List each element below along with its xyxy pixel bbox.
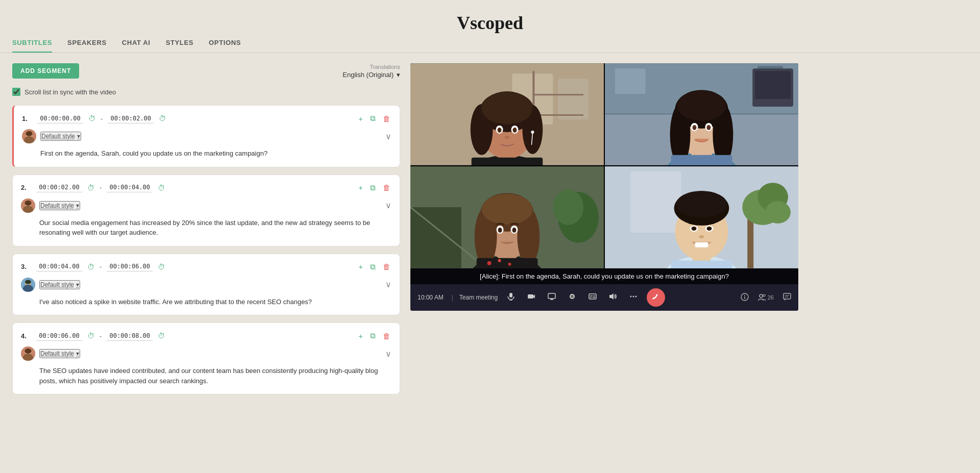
segment-1-text: First on the agenda, Sarah, could you up… [22,148,391,159]
add-segment-button[interactable]: ADD SEGMENT [12,63,79,79]
segment-1-style-label: Default style [41,133,75,140]
segment-2-style-label: Default style [40,202,74,209]
segment-2-style-dropdown[interactable]: Default style ▾ [39,201,80,210]
segment-3-end-time[interactable] [107,262,153,271]
svg-point-121 [744,295,745,296]
segment-4-style-dropdown[interactable]: Default style ▾ [39,349,80,358]
segment-4-start-time[interactable] [36,331,82,341]
segment-1-copy-button[interactable]: ⧉ [369,113,377,124]
segment-1-start-time[interactable] [37,114,83,123]
time-separator: | [452,294,453,301]
segment-1-actions: + ⧉ 🗑 [357,113,391,124]
segment-3-style-dropdown[interactable]: Default style ▾ [39,280,80,289]
segment-card-2: 2. ⏱ - ⏱ + ⧉ 🗑 [12,175,400,246]
info-button[interactable] [741,293,749,303]
language-select[interactable]: English (Original) ▾ [342,71,400,79]
svg-rect-62 [410,207,461,268]
time-sep-3: - [100,263,102,270]
segment-3-start-time[interactable] [36,262,82,271]
svg-point-109 [571,295,574,298]
segment-1-expand-button[interactable]: ∨ [385,132,391,141]
segment-1-number: 1. [22,115,32,122]
segment-1-add-button[interactable]: + [357,113,364,124]
clock-icon-1a: ⏱ [88,114,95,122]
segment-4-expand-button[interactable]: ∨ [385,349,391,359]
screen-share-button[interactable] [545,290,559,305]
segment-2-delete-button[interactable]: 🗑 [382,182,391,193]
nav-tabs: SUBTITLES SPEAKERS CHAT AI STYLES OPTION… [0,39,980,53]
segment-3-avatar [21,278,35,292]
svg-point-35 [531,131,534,134]
svg-rect-77 [477,258,538,268]
captions-button[interactable] [585,290,600,305]
segment-3-add-button[interactable]: + [357,261,364,272]
segment-3-header: 3. ⏱ - ⏱ + ⧉ 🗑 [21,261,391,272]
svg-point-98 [699,235,704,238]
svg-rect-87 [630,171,681,233]
svg-point-75 [498,228,502,233]
segment-1-delete-button[interactable]: 🗑 [382,113,391,124]
segment-4-copy-button[interactable]: ⧉ [369,330,377,341]
end-call-button[interactable] [647,288,665,307]
segment-3-copy-button[interactable]: ⧉ [369,261,377,272]
clock-icon-3b: ⏱ [158,263,165,271]
segment-4-style-label: Default style [40,350,74,357]
svg-marker-104 [533,295,535,298]
tab-styles[interactable]: STYLES [166,39,193,53]
participants-button[interactable]: 26 [755,291,777,304]
segment-4-text: The SEO updates have indeed contributed,… [21,366,391,386]
segment-4-header: 4. ⏱ - ⏱ + ⧉ 🗑 [21,330,391,341]
segment-1-header: 1. ⏱ - ⏱ + ⧉ 🗑 [22,113,391,124]
segment-2-expand-button[interactable]: ∨ [385,201,391,210]
svg-point-78 [487,261,492,265]
volume-button[interactable] [606,290,620,305]
right-panel: [Alice]: First on the agenda, Sarah, cou… [400,63,968,394]
mic-button[interactable] [504,290,518,305]
segment-4-end-time[interactable] [107,331,153,341]
segment-3-style-row: Default style ▾ ∨ [21,278,391,292]
segment-2-style-row: Default style ▾ ∨ [21,198,391,213]
segment-2-end-time[interactable] [107,183,153,192]
svg-point-123 [763,294,765,296]
tab-chat-ai[interactable]: CHAT AI [122,39,151,53]
segment-2-header: 2. ⏱ - ⏱ + ⧉ 🗑 [21,182,391,193]
segment-3-text: I've also noticed a spike in website tra… [21,297,391,307]
chevron-down-icon: ▾ [397,71,400,79]
chevron-icon-2: ▾ [76,202,79,209]
segment-4-delete-button[interactable]: 🗑 [382,331,391,341]
time-sep-4: - [100,332,102,340]
segment-3-delete-button[interactable]: 🗑 [382,261,391,272]
chat-button[interactable] [783,293,791,303]
segment-2-number: 2. [21,184,31,191]
svg-point-56 [706,125,710,130]
segment-card-1: 1. ⏱ - ⏱ + ⧉ 🗑 [12,105,400,167]
segment-2-start-time[interactable] [36,183,82,192]
sync-checkbox[interactable] [12,88,20,96]
segment-2-add-button[interactable]: + [357,182,364,193]
svg-point-80 [508,263,511,266]
segment-4-add-button[interactable]: + [357,331,364,341]
translations-group: Translations English (Original) ▾ [342,64,400,79]
segment-1-end-time[interactable] [108,114,154,123]
svg-rect-103 [528,294,533,298]
segment-1-style-row: Default style ▾ ∨ [22,129,391,143]
camera-button[interactable] [524,290,538,305]
segment-2-copy-button[interactable]: ⧉ [369,182,377,193]
clock-icon-2a: ⏱ [87,184,94,192]
tab-subtitles[interactable]: SUBTITLES [12,39,52,53]
tab-options[interactable]: OPTIONS [209,39,241,53]
segment-3-expand-button[interactable]: ∨ [385,280,391,289]
app-title: Vscoped [0,12,980,34]
svg-point-34 [505,136,510,139]
chevron-icon-1: ▾ [77,133,80,140]
left-panel: ADD SEGMENT Translations English (Origin… [12,63,400,394]
segment-1-style-dropdown[interactable]: Default style ▾ [40,132,81,141]
svg-point-11 [25,280,31,284]
meeting-name: Team meeting [459,294,498,301]
record-button[interactable] [565,290,579,305]
more-options-button[interactable] [626,290,641,305]
tab-speakers[interactable]: SPEAKERS [67,39,107,53]
sync-row: Scroll list in sync with the video [12,88,400,96]
chevron-icon-4: ▾ [76,350,79,357]
segment-1-avatar [22,129,36,143]
